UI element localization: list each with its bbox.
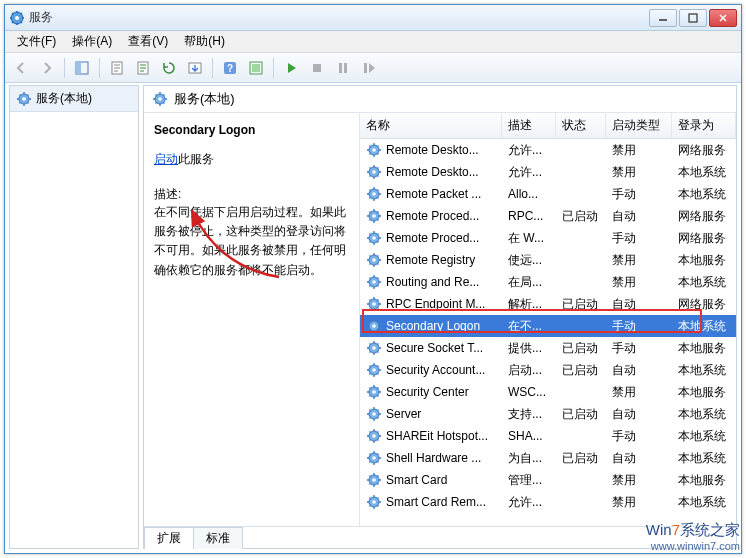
svg-rect-2	[689, 14, 697, 22]
help-button[interactable]: ?	[218, 56, 242, 80]
service-status	[556, 390, 606, 394]
service-icon	[366, 450, 382, 466]
service-row[interactable]: Secondary Logon在不...手动本地系统	[360, 315, 736, 337]
svg-point-21	[372, 148, 376, 152]
col-header-name[interactable]: 名称	[360, 113, 502, 138]
service-row[interactable]: Security CenterWSC...禁用本地服务	[360, 381, 736, 403]
svg-point-49	[372, 456, 376, 460]
svg-point-33	[372, 280, 376, 284]
service-row[interactable]: Remote Deskto...允许...禁用网络服务	[360, 139, 736, 161]
forward-button	[35, 56, 59, 80]
service-logon: 网络服务	[672, 206, 736, 227]
svg-point-51	[372, 478, 376, 482]
minimize-button[interactable]	[649, 9, 677, 27]
service-desc: 在不...	[502, 316, 556, 337]
service-icon	[366, 186, 382, 202]
service-row[interactable]: Remote Deskto...允许...禁用本地系统	[360, 161, 736, 183]
service-startup: 禁用	[606, 382, 672, 403]
service-icon	[366, 428, 382, 444]
service-logon: 本地系统	[672, 184, 736, 205]
tab-standard[interactable]: 标准	[193, 527, 243, 549]
refresh-button[interactable]	[157, 56, 181, 80]
service-desc: 提供...	[502, 338, 556, 359]
service-row[interactable]: Shell Hardware ...为自...已启动自动本地系统	[360, 447, 736, 469]
col-header-status[interactable]: 状态	[556, 113, 606, 138]
service-name: Remote Packet ...	[386, 187, 481, 201]
service-row[interactable]: RPC Endpoint M...解析...已启动自动网络服务	[360, 293, 736, 315]
service-name: RPC Endpoint M...	[386, 297, 485, 311]
show-hide-tree-button[interactable]	[70, 56, 94, 80]
col-header-startup[interactable]: 启动类型	[606, 113, 672, 138]
service-startup: 禁用	[606, 250, 672, 271]
start-service-suffix: 此服务	[178, 152, 214, 166]
service-startup: 手动	[606, 426, 672, 447]
service-startup: 自动	[606, 360, 672, 381]
service-row[interactable]: Routing and Re...在局...禁用本地系统	[360, 271, 736, 293]
service-status	[556, 434, 606, 438]
tree-pane[interactable]: 服务(本地)	[9, 85, 139, 549]
services-list[interactable]: 名称 描述 状态 启动类型 登录为 Remote Deskto...允许...禁…	[360, 113, 736, 526]
list-header[interactable]: 名称 描述 状态 启动类型 登录为	[360, 113, 736, 139]
menu-action[interactable]: 操作(A)	[64, 31, 120, 52]
service-desc: SHA...	[502, 427, 556, 445]
menu-file[interactable]: 文件(F)	[9, 31, 64, 52]
service-icon	[366, 340, 382, 356]
service-row[interactable]: SHAREit Hotspot...SHA...手动本地系统	[360, 425, 736, 447]
service-row[interactable]: Security Account...启动...已启动自动本地系统	[360, 359, 736, 381]
service-status: 已启动	[556, 294, 606, 315]
service-desc: 使远...	[502, 250, 556, 271]
maximize-button[interactable]	[679, 9, 707, 27]
service-status	[556, 170, 606, 174]
menu-view[interactable]: 查看(V)	[120, 31, 176, 52]
service-status: 已启动	[556, 404, 606, 425]
service-row[interactable]: Remote Proced...RPC...已启动自动网络服务	[360, 205, 736, 227]
col-header-logon[interactable]: 登录为	[672, 113, 736, 138]
col-header-desc[interactable]: 描述	[502, 113, 556, 138]
service-icon	[366, 164, 382, 180]
service-name: Secure Socket T...	[386, 341, 483, 355]
service-logon: 本地服务	[672, 382, 736, 403]
close-button[interactable]	[709, 9, 737, 27]
service-startup: 手动	[606, 316, 672, 337]
service-icon	[366, 362, 382, 378]
service-status	[556, 478, 606, 482]
titlebar[interactable]: 服务	[5, 5, 741, 31]
tab-extended[interactable]: 扩展	[144, 527, 194, 549]
pause-service-button	[331, 56, 355, 80]
service-row[interactable]: Server支持...已启动自动本地系统	[360, 403, 736, 425]
service-logon: 网络服务	[672, 228, 736, 249]
svg-point-31	[372, 258, 376, 262]
service-row[interactable]: Smart Card管理...禁用本地服务	[360, 469, 736, 491]
gear-icon	[16, 91, 32, 107]
service-name: Security Center	[386, 385, 469, 399]
export-button[interactable]	[131, 56, 155, 80]
menubar: 文件(F) 操作(A) 查看(V) 帮助(H)	[5, 31, 741, 53]
svg-point-29	[372, 236, 376, 240]
service-desc: 支持...	[502, 404, 556, 425]
toolbar-extra-button[interactable]	[244, 56, 268, 80]
service-logon: 本地服务	[672, 250, 736, 271]
service-status	[556, 148, 606, 152]
service-row[interactable]: Remote Registry使远...禁用本地服务	[360, 249, 736, 271]
svg-rect-13	[339, 63, 342, 73]
service-name: Security Account...	[386, 363, 485, 377]
tree-root-services-local[interactable]: 服务(本地)	[10, 86, 138, 112]
service-row[interactable]: Secure Socket T...提供...已启动手动本地服务	[360, 337, 736, 359]
service-logon: 网络服务	[672, 140, 736, 161]
service-row[interactable]: Remote Proced...在 W...手动网络服务	[360, 227, 736, 249]
service-row[interactable]: Smart Card Rem...允许...禁用本地系统	[360, 491, 736, 513]
service-name: Secondary Logon	[386, 319, 480, 333]
export-list-button[interactable]	[183, 56, 207, 80]
service-row[interactable]: Remote Packet ...Allo...手动本地系统	[360, 183, 736, 205]
toolbar: ?	[5, 53, 741, 83]
svg-point-39	[372, 346, 376, 350]
start-service-link[interactable]: 启动	[154, 152, 178, 166]
menu-help[interactable]: 帮助(H)	[176, 31, 233, 52]
service-name: Remote Proced...	[386, 209, 479, 223]
service-status	[556, 236, 606, 240]
service-name: Server	[386, 407, 421, 421]
service-status	[556, 280, 606, 284]
start-service-button[interactable]	[279, 56, 303, 80]
service-icon	[366, 274, 382, 290]
properties-button[interactable]	[105, 56, 129, 80]
